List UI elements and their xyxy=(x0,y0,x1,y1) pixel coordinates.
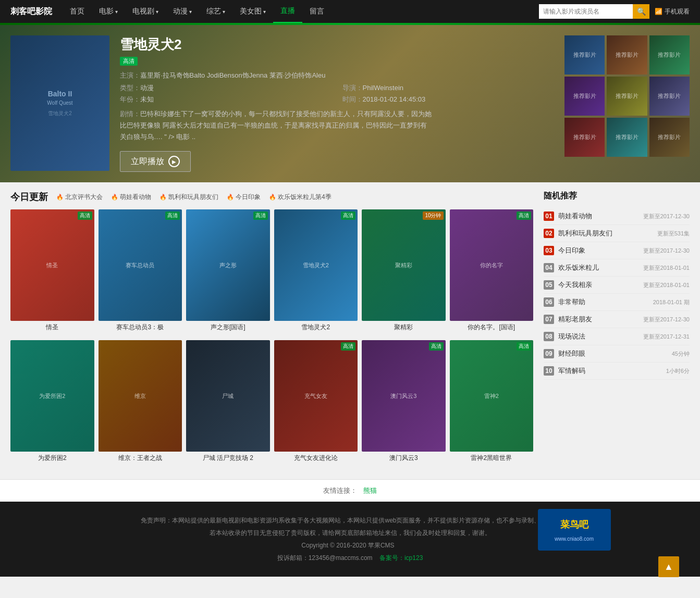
movie-card-10[interactable]: 澳门风云3高清 澳门风云3 xyxy=(362,340,446,463)
nav-variety[interactable]: 综艺 ▾ xyxy=(199,0,232,23)
variety-arrow: ▾ xyxy=(223,9,225,15)
rank-update-5: 2018-01-01 期 xyxy=(653,298,690,306)
movie-card-3[interactable]: 雪地灵犬2高清 雪地灵犬2 xyxy=(274,209,358,332)
movie-title-4: 聚精彩 xyxy=(362,323,446,332)
hero-thumb-1[interactable]: 推荐影片 xyxy=(564,35,605,74)
movie-card-1[interactable]: 赛车总动员高清 赛车总动员3：极 xyxy=(99,209,182,332)
movie-card-8[interactable]: 尸城 尸城 活尸竞技场 2 xyxy=(186,340,270,463)
section-link-1[interactable]: 萌娃看动物 xyxy=(111,193,151,202)
search-button[interactable]: 🔍 xyxy=(633,4,649,19)
tv-arrow: ▾ xyxy=(156,9,158,15)
movie-card-5[interactable]: 你的名字高清 你的名字。[国语] xyxy=(450,209,534,332)
nav-live[interactable]: 直播 xyxy=(273,0,302,23)
hero-thumb-2[interactable]: 推荐影片 xyxy=(607,35,647,74)
hero-thumb-9[interactable]: 推荐影片 xyxy=(649,118,690,157)
rank-num-4: 05 xyxy=(544,280,554,290)
rank-title-9[interactable]: 军情解码 xyxy=(558,366,662,376)
movie-title-3: 雪地灵犬2 xyxy=(274,323,358,332)
movie-card-0[interactable]: 情圣高清 情圣 xyxy=(10,209,94,332)
rank-update-0: 更新至2017-12-30 xyxy=(643,213,690,220)
type-label: 类型： xyxy=(120,84,140,92)
nav-anime[interactable]: 动漫 ▾ xyxy=(166,0,199,23)
hero-poster: Balto II Wolf Quest 雪地灵犬2 xyxy=(10,35,109,171)
hero-thumb-8[interactable]: 推荐影片 xyxy=(607,118,647,157)
hero-section: Balto II Wolf Quest 雪地灵犬2 雪地灵犬2 高清 主演：嘉里… xyxy=(0,25,700,182)
section-links: 北京评书大会 萌娃看动物 凯利和玩具朋友们 今日印象 欢乐饭米粒儿第4季 xyxy=(56,193,331,202)
movie-card-11[interactable]: 雷神2高清 雷神2黑暗世界 xyxy=(450,340,534,463)
nav-gallery[interactable]: 美女图 ▾ xyxy=(232,0,273,23)
rank-title-1[interactable]: 凯利和玩具朋友们 xyxy=(558,229,653,238)
rank-title-6[interactable]: 精彩老朋友 xyxy=(558,315,639,324)
time-label: 时间： xyxy=(342,95,363,103)
rank-update-3: 更新至2018-01-01 xyxy=(643,264,690,272)
random-item-5: 06 非常帮助 2018-01-01 期 xyxy=(544,294,690,311)
friend-link-0[interactable]: 熊猫 xyxy=(363,487,377,494)
right-sidebar: 随机推荐 01 萌娃看动物 更新至2017-12-30 02 凯利和玩具朋友们 … xyxy=(544,191,690,471)
hero-thumb-3[interactable]: 推荐影片 xyxy=(649,35,690,74)
hero-thumb-7[interactable]: 推荐影片 xyxy=(564,118,605,157)
site-title: 刺客吧影院 xyxy=(10,6,52,17)
movie-title-7: 维京：王者之战 xyxy=(99,454,182,463)
nav-tv[interactable]: 电视剧 ▾ xyxy=(125,0,166,23)
rank-update-6: 更新至2017-12-30 xyxy=(643,316,690,323)
play-button-label: 立即播放 xyxy=(131,156,164,167)
search-input[interactable] xyxy=(539,4,633,19)
nav-message[interactable]: 留言 xyxy=(302,0,331,23)
rank-num-3: 04 xyxy=(544,263,554,272)
hero-info: 雪地灵犬2 高清 主演：嘉里斯·拉马奇饰Balto JodiBenson饰Jen… xyxy=(120,35,554,172)
hero-badge: 高清 xyxy=(120,57,138,66)
rank-update-8: 45分钟 xyxy=(672,350,690,358)
footer-rights: 若本站收录的节目无意侵犯了贵司版权，请给网页底部邮箱地址来信，我们会及时处理和回… xyxy=(90,527,611,539)
rank-title-2[interactable]: 今日印象 xyxy=(558,246,639,255)
rank-title-8[interactable]: 财经郎眼 xyxy=(558,349,668,358)
section-link-4[interactable]: 欢乐饭米粒儿第4季 xyxy=(269,193,331,202)
brand-name: 菜鸟吧 xyxy=(560,515,588,534)
main-content: 今日更新 北京评书大会 萌娃看动物 凯利和玩具朋友们 今日印象 欢乐饭米粒儿第4… xyxy=(0,182,700,479)
section-link-2[interactable]: 凯利和玩具朋友们 xyxy=(159,193,218,202)
scroll-top-button[interactable]: ▲ xyxy=(658,556,679,577)
rank-update-2: 更新至2017-12-30 xyxy=(643,247,690,255)
rank-update-9: 1小时6分 xyxy=(666,367,690,375)
rank-num-7: 08 xyxy=(544,332,554,341)
hero-time: 2018-01-02 14:45:03 xyxy=(363,95,426,103)
nav-movies[interactable]: 电影 ▾ xyxy=(92,0,125,23)
random-item-8: 09 财经郎眼 45分钟 xyxy=(544,345,690,363)
section-link-0[interactable]: 北京评书大会 xyxy=(56,193,103,202)
hero-thumb-5[interactable]: 推荐影片 xyxy=(607,77,647,116)
movie-title-1: 赛车总动员3：极 xyxy=(99,323,182,332)
movie-card-6[interactable]: 为爱所困2 为爱所困2 xyxy=(10,340,94,463)
cast-label: 主演： xyxy=(120,71,140,79)
footer-disclaimer: 免责声明：本网站提供的最新电视剧和电影资源均系收集于各大视频网站，本网站只提供w… xyxy=(90,514,611,527)
hero-director: PhilWeinstein xyxy=(363,84,404,92)
desc-label: 剧情： xyxy=(120,110,140,118)
nav-home[interactable]: 首页 xyxy=(63,0,92,23)
movie-title-0: 情圣 xyxy=(10,323,94,332)
movie-card-4[interactable]: 聚精彩10分钟 聚精彩 xyxy=(362,209,446,332)
rank-title-3[interactable]: 欢乐饭米粒儿 xyxy=(558,263,639,272)
movie-card-7[interactable]: 维京 维京：王者之战 xyxy=(99,340,182,463)
footer-icp[interactable]: 备案号：icp123 xyxy=(379,554,423,562)
hero-thumb-4[interactable]: 推荐影片 xyxy=(564,77,605,116)
movie-title-10: 澳门风云3 xyxy=(362,454,446,463)
random-item-3: 04 欢乐饭米粒儿 更新至2018-01-01 xyxy=(544,259,690,277)
rank-title-4[interactable]: 今天我相亲 xyxy=(558,280,639,290)
hero-thumb-6[interactable]: 推荐影片 xyxy=(649,77,690,116)
mobile-link[interactable]: 📶 手机观看 xyxy=(655,7,690,16)
rank-title-0[interactable]: 萌娃看动物 xyxy=(558,211,639,221)
movie-card-9[interactable]: 充气女友高清 充气女友进化论 xyxy=(274,340,358,463)
rank-update-1: 更新至531集 xyxy=(657,230,690,238)
rank-title-7[interactable]: 现场说法 xyxy=(558,332,639,341)
navbar: 刺客吧影院 首页 电影 ▾ 电视剧 ▾ 动漫 ▾ 综艺 ▾ 美女图 ▾ 直播 留… xyxy=(0,0,700,23)
rank-title-5[interactable]: 非常帮助 xyxy=(558,297,649,307)
today-section-title: 今日更新 xyxy=(10,191,48,203)
rank-num-6: 07 xyxy=(544,315,554,324)
hero-play-button[interactable]: 立即播放 ▶ xyxy=(120,151,191,172)
sidebar-title: 随机推荐 xyxy=(544,191,690,202)
rank-num-9: 10 xyxy=(544,366,554,376)
movie-card-2[interactable]: 声之形高清 声之形[国语] xyxy=(186,209,270,332)
rank-num-1: 02 xyxy=(544,229,554,238)
rank-update-7: 更新至2017-12-31 xyxy=(643,333,690,341)
director-label: 导演： xyxy=(342,84,363,92)
section-link-3[interactable]: 今日印象 xyxy=(227,193,261,202)
play-icon: ▶ xyxy=(168,156,180,167)
